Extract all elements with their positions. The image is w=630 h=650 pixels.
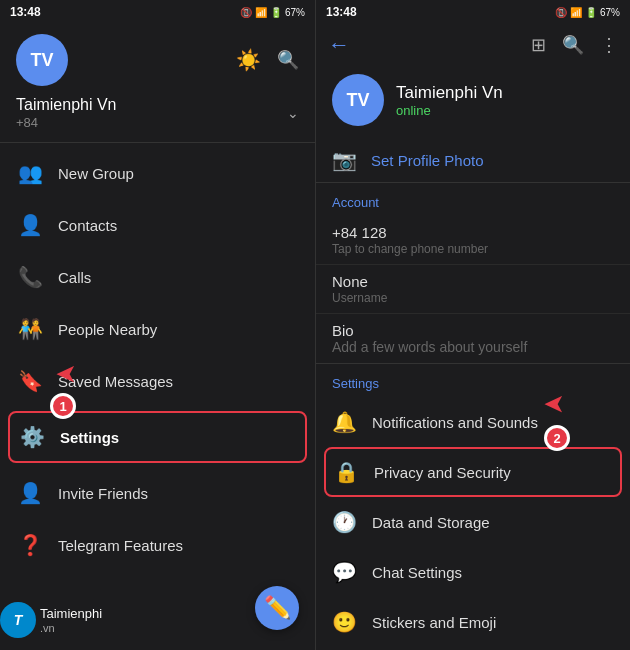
brightness-icon[interactable]: ☀️ xyxy=(236,48,261,72)
settings-icon: ⚙️ xyxy=(18,423,46,451)
user-info: Taimienphi Vn +84 ⌄ xyxy=(0,96,315,138)
username-item[interactable]: None Username xyxy=(316,265,630,314)
privacy-container: 🔒 Privacy and Security 2 ➤ xyxy=(316,447,630,497)
bio-item[interactable]: Bio Add a few words about yourself xyxy=(316,314,630,364)
settings-data-storage[interactable]: 🕐 Data and Storage xyxy=(316,497,630,547)
camera-icon: 📷 xyxy=(332,148,357,172)
username-label: Username xyxy=(332,291,614,305)
calls-icon: 📞 xyxy=(16,263,44,291)
phone-item[interactable]: +84 128 Tap to change phone number xyxy=(316,216,630,265)
compose-fab[interactable]: ✏️ xyxy=(255,586,299,630)
grid-icon[interactable]: ⊞ xyxy=(531,34,546,56)
menu-label-invite-friends: Invite Friends xyxy=(58,485,148,502)
people-nearby-icon: 🧑‍🤝‍🧑 xyxy=(16,315,44,343)
menu-item-people-nearby[interactable]: 🧑‍🤝‍🧑 People Nearby xyxy=(0,303,315,355)
stickers-label: Stickers and Emoji xyxy=(372,614,496,631)
menu-item-new-group[interactable]: 👥 New Group xyxy=(0,147,315,199)
settings-stickers[interactable]: 🙂 Stickers and Emoji xyxy=(316,597,630,647)
time-right: 13:48 xyxy=(326,5,357,19)
settings-notifications[interactable]: 🔔 Notifications and Sounds xyxy=(316,397,630,447)
back-icon[interactable]: ← xyxy=(328,32,350,58)
status-icons-left: 📵 📶 🔋 67% xyxy=(240,7,305,18)
status-icons-right: 📵 📶 🔋 67% xyxy=(555,7,620,18)
divider xyxy=(0,142,315,143)
bio-placeholder: Add a few words about yourself xyxy=(332,339,614,355)
watermark-logo: T xyxy=(0,602,36,638)
search-icon-right[interactable]: 🔍 xyxy=(562,34,584,56)
right-panel: 13:48 📵 📶 🔋 67% ← ⊞ 🔍 ⋮ TV Taimienphi Vn… xyxy=(315,0,630,650)
menu-label-people-nearby: People Nearby xyxy=(58,321,157,338)
user-name: Taimienphi Vn xyxy=(16,96,117,114)
menu-item-invite-friends[interactable]: 👤 Invite Friends xyxy=(0,467,315,519)
profile-status: online xyxy=(396,103,503,118)
account-section-header: Account xyxy=(316,183,630,216)
step-1-circle: 1 xyxy=(50,393,76,419)
chat-settings-icon: 💬 xyxy=(332,560,356,584)
compose-icon: ✏️ xyxy=(264,595,291,621)
chevron-down-icon[interactable]: ⌄ xyxy=(287,105,299,121)
stickers-icon: 🙂 xyxy=(332,610,356,634)
time-left: 13:48 xyxy=(10,5,41,19)
notifications-label: Notifications and Sounds xyxy=(372,414,538,431)
contacts-icon: 👤 xyxy=(16,211,44,239)
new-group-icon: 👥 xyxy=(16,159,44,187)
data-storage-label: Data and Storage xyxy=(372,514,490,531)
watermark-name: Taimienphi xyxy=(40,606,102,622)
menu-item-telegram-features[interactable]: ❓ Telegram Features xyxy=(0,519,315,571)
right-header: ← ⊞ 🔍 ⋮ xyxy=(316,24,630,66)
data-storage-icon: 🕐 xyxy=(332,510,356,534)
user-phone: +84 xyxy=(16,115,117,130)
chat-settings-label: Chat Settings xyxy=(372,564,462,581)
watermark: T Taimienphi .vn xyxy=(0,602,102,638)
menu-item-contacts[interactable]: 👤 Contacts xyxy=(0,199,315,251)
set-photo-label: Set Profile Photo xyxy=(371,152,484,169)
invite-friends-icon: 👤 xyxy=(16,479,44,507)
telegram-features-icon: ❓ xyxy=(16,531,44,559)
menu-item-saved-messages[interactable]: 🔖 Saved Messages xyxy=(0,355,315,407)
settings-section-header: Settings xyxy=(316,364,630,397)
step-2-circle: 2 xyxy=(544,425,570,451)
menu-label-contacts: Contacts xyxy=(58,217,117,234)
privacy-label: Privacy and Security xyxy=(374,464,511,481)
arrow-2: ➤ xyxy=(543,389,565,420)
phone-value: +84 128 xyxy=(332,224,614,241)
profile-section: TV Taimienphi Vn online xyxy=(316,66,630,138)
settings-privacy[interactable]: 🔒 Privacy and Security xyxy=(324,447,622,497)
bio-label: Bio xyxy=(332,322,614,339)
menu-label-new-group: New Group xyxy=(58,165,134,182)
menu-list: 👥 New Group 👤 Contacts 📞 Calls 🧑‍🤝‍🧑 Peo… xyxy=(0,147,315,571)
profile-avatar[interactable]: TV xyxy=(332,74,384,126)
menu-item-settings[interactable]: ⚙️ Settings xyxy=(8,411,307,463)
left-panel: 13:48 📵 📶 🔋 67% TV ☀️ 🔍 Taimienphi Vn +8… xyxy=(0,0,315,650)
saved-messages-icon: 🔖 xyxy=(16,367,44,395)
status-bar-right: 13:48 📵 📶 🔋 67% xyxy=(316,0,630,24)
left-header: TV ☀️ 🔍 xyxy=(0,24,315,96)
menu-item-calls[interactable]: 📞 Calls xyxy=(0,251,315,303)
search-icon[interactable]: 🔍 xyxy=(277,49,299,71)
menu-label-settings: Settings xyxy=(60,429,119,446)
username-value: None xyxy=(332,273,614,290)
arrow-1: ➤ xyxy=(55,359,77,390)
status-bar-left: 13:48 📵 📶 🔋 67% xyxy=(0,0,315,24)
watermark-sub: .vn xyxy=(40,622,102,634)
menu-label-calls: Calls xyxy=(58,269,91,286)
settings-chat-settings[interactable]: 💬 Chat Settings xyxy=(316,547,630,597)
avatar[interactable]: TV xyxy=(16,34,68,86)
phone-hint: Tap to change phone number xyxy=(332,242,614,256)
more-icon[interactable]: ⋮ xyxy=(600,34,618,56)
set-profile-photo[interactable]: 📷 Set Profile Photo xyxy=(316,138,630,183)
privacy-icon: 🔒 xyxy=(334,460,358,484)
menu-label-telegram-features: Telegram Features xyxy=(58,537,183,554)
notifications-icon: 🔔 xyxy=(332,410,356,434)
header-action-icons: ⊞ 🔍 ⋮ xyxy=(531,34,618,56)
profile-name: Taimienphi Vn xyxy=(396,83,503,103)
